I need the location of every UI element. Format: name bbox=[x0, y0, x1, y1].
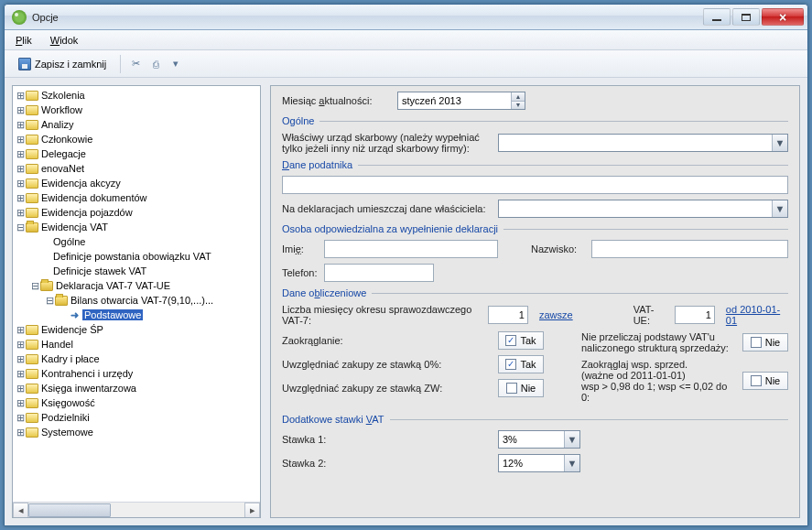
expand-icon[interactable]: ⊞ bbox=[15, 148, 26, 160]
expand-icon[interactable]: ⊞ bbox=[15, 324, 26, 336]
liczba-miesiecy-input[interactable] bbox=[488, 306, 528, 324]
save-and-close-button[interactable]: Zapisz i zamknij bbox=[12, 54, 113, 74]
expand-icon[interactable]: ⊞ bbox=[15, 192, 26, 204]
expand-icon[interactable]: ⊞ bbox=[15, 412, 26, 424]
tree-item[interactable]: ⊞Podzielniki bbox=[13, 410, 260, 425]
dane-podatnika-input[interactable] bbox=[282, 176, 788, 194]
tree-item[interactable]: ➜Podstawowe bbox=[13, 308, 260, 322]
nieprzeliczaj-checkbox[interactable]: Nie bbox=[742, 333, 788, 352]
scroll-track[interactable] bbox=[28, 503, 244, 518]
tree-view[interactable]: ⊞Szkolenia⊞Workflow⊞Analizy⊞Członkowie⊞D… bbox=[12, 85, 261, 518]
dropdown-icon[interactable]: ▾ bbox=[168, 57, 183, 71]
tree-item-label: Analizy bbox=[41, 119, 73, 130]
expand-icon[interactable]: ⊞ bbox=[15, 339, 26, 351]
expand-icon[interactable]: ⊞ bbox=[15, 397, 26, 409]
tree-item[interactable]: ⊞Handel bbox=[13, 337, 260, 352]
tree-item[interactable]: ⊞Księgowość bbox=[13, 395, 260, 410]
tree-item[interactable]: Definicje stawek VAT bbox=[13, 264, 260, 278]
folder-icon bbox=[26, 135, 38, 145]
close-button[interactable]: × bbox=[762, 8, 804, 26]
tree-item[interactable]: ⊞Szkolenia bbox=[13, 88, 260, 103]
chevron-down-icon[interactable]: ▼ bbox=[772, 200, 787, 217]
checkbox-icon bbox=[751, 375, 762, 386]
expand-spacer bbox=[29, 265, 40, 276]
miesiac-aktualnosci-field[interactable]: styczeń 2013 ▲▼ bbox=[397, 92, 525, 110]
tree-item[interactable]: Definicje powstania obowiązku VAT bbox=[13, 249, 260, 264]
expand-icon[interactable]: ⊞ bbox=[15, 178, 26, 189]
tree-item[interactable]: Ogólne bbox=[13, 234, 260, 249]
tree-item[interactable]: ⊟Bilans otwarcia VAT-7(9,10,...)... bbox=[13, 293, 260, 308]
expand-icon[interactable]: ⊞ bbox=[15, 134, 26, 146]
uwzgl-zw-checkbox[interactable]: Nie bbox=[498, 379, 544, 397]
zaokraglaj-wsp-checkbox[interactable]: Nie bbox=[742, 372, 788, 390]
vat-ue-date-link[interactable]: od 2010-01-01 bbox=[726, 304, 788, 326]
folder-icon bbox=[26, 193, 38, 203]
minimize-button[interactable] bbox=[703, 8, 731, 26]
expand-icon[interactable]: ⊞ bbox=[15, 427, 26, 438]
tree-item[interactable]: ⊞Księga inwentarzowa bbox=[13, 381, 260, 395]
tree-item[interactable]: ⊞Kontrahenci i urzędy bbox=[13, 366, 260, 381]
expand-icon[interactable]: ⊞ bbox=[15, 383, 26, 395]
expand-spacer bbox=[29, 251, 40, 262]
imie-label: Imię: bbox=[282, 243, 319, 254]
tree-item-label: Księgowość bbox=[41, 397, 95, 408]
chevron-down-icon[interactable]: ▼ bbox=[772, 135, 787, 151]
tree-item-label: Ogólne bbox=[53, 236, 85, 247]
expand-icon[interactable]: ⊞ bbox=[15, 163, 26, 175]
collapse-icon[interactable]: ⊟ bbox=[44, 295, 55, 307]
chevron-down-icon[interactable]: ▼ bbox=[564, 455, 579, 471]
telefon-input[interactable] bbox=[324, 264, 434, 282]
tree-item[interactable]: ⊞Ewidencja akcyzy bbox=[13, 176, 260, 190]
menu-widok[interactable]: Widok bbox=[43, 33, 86, 48]
expand-icon[interactable]: ⊞ bbox=[15, 104, 26, 116]
tree-item[interactable]: ⊞Analizy bbox=[13, 117, 260, 132]
collapse-icon[interactable]: ⊟ bbox=[15, 222, 26, 233]
nazwisko-input[interactable] bbox=[591, 240, 788, 258]
zaokraglanie-checkbox[interactable]: Tak bbox=[498, 331, 544, 350]
tree-item[interactable]: ⊞Workflow bbox=[13, 103, 260, 117]
tools-icon[interactable]: ✂ bbox=[128, 57, 143, 71]
maximize-button[interactable] bbox=[732, 8, 760, 26]
imie-input[interactable] bbox=[324, 240, 498, 258]
zawsze-link[interactable]: zawsze bbox=[539, 309, 573, 320]
tree-item[interactable]: ⊞Systemowe bbox=[13, 425, 260, 439]
menu-plik[interactable]: Plik bbox=[8, 33, 39, 48]
folder-icon bbox=[26, 384, 38, 394]
tree-item[interactable]: ⊞Delegacje bbox=[13, 146, 260, 161]
stawka2-combo[interactable]: 12% ▼ bbox=[498, 454, 580, 472]
scroll-thumb[interactable] bbox=[28, 503, 111, 517]
print-icon[interactable]: ⎙ bbox=[148, 57, 163, 71]
urzad-skarbowy-combo[interactable]: ▼ bbox=[498, 134, 788, 152]
disk-icon bbox=[18, 58, 31, 70]
tree-item[interactable]: ⊞Kadry i płace bbox=[13, 352, 260, 366]
tree-horizontal-scrollbar[interactable]: ◂ ▸ bbox=[13, 502, 260, 517]
tree-item[interactable]: ⊞Ewidencje ŚP bbox=[13, 322, 260, 337]
chevron-down-icon[interactable]: ▼ bbox=[564, 431, 579, 448]
expand-icon[interactable]: ⊞ bbox=[15, 90, 26, 102]
tree-item[interactable]: ⊟Ewidencja VAT bbox=[13, 220, 260, 234]
checkbox-icon bbox=[751, 337, 762, 348]
tree-item[interactable]: ⊞enovaNet bbox=[13, 161, 260, 176]
tree-item[interactable]: ⊞Ewidencja pojazdów bbox=[13, 205, 260, 220]
expand-icon[interactable]: ⊞ bbox=[15, 353, 26, 365]
vat-ue-input[interactable] bbox=[675, 306, 715, 324]
folder-icon bbox=[26, 208, 38, 218]
nieprzeliczaj-label: Nie przeliczaj podstawy VAT'u naliczoneg… bbox=[581, 331, 737, 353]
checkbox-icon bbox=[505, 359, 516, 370]
stawka1-combo[interactable]: 3% ▼ bbox=[498, 430, 580, 449]
uwzgl-0-checkbox[interactable]: Tak bbox=[498, 355, 544, 373]
tree-item[interactable]: ⊞Członkowie bbox=[13, 132, 260, 146]
expand-icon[interactable]: ⊞ bbox=[15, 207, 26, 219]
collapse-icon[interactable]: ⊟ bbox=[29, 280, 40, 292]
tree-item-label: Ewidencje ŚP bbox=[41, 324, 103, 335]
tree-item[interactable]: ⊟Deklaracja VAT-7 VAT-UE bbox=[13, 278, 260, 293]
spinner-icon[interactable]: ▲▼ bbox=[511, 92, 525, 109]
scroll-left-button[interactable]: ◂ bbox=[13, 503, 28, 518]
dekl-wlasciciel-combo[interactable]: ▼ bbox=[498, 200, 788, 218]
scroll-right-button[interactable]: ▸ bbox=[244, 503, 260, 518]
expand-icon[interactable]: ⊞ bbox=[15, 119, 26, 131]
expand-icon[interactable]: ⊞ bbox=[15, 368, 26, 380]
group-dane-obliczeniowe: Dane obliczeniowe bbox=[282, 287, 788, 298]
tree-item-label: Członkowie bbox=[41, 134, 92, 145]
tree-item[interactable]: ⊞Ewidencja dokumentów bbox=[13, 190, 260, 205]
